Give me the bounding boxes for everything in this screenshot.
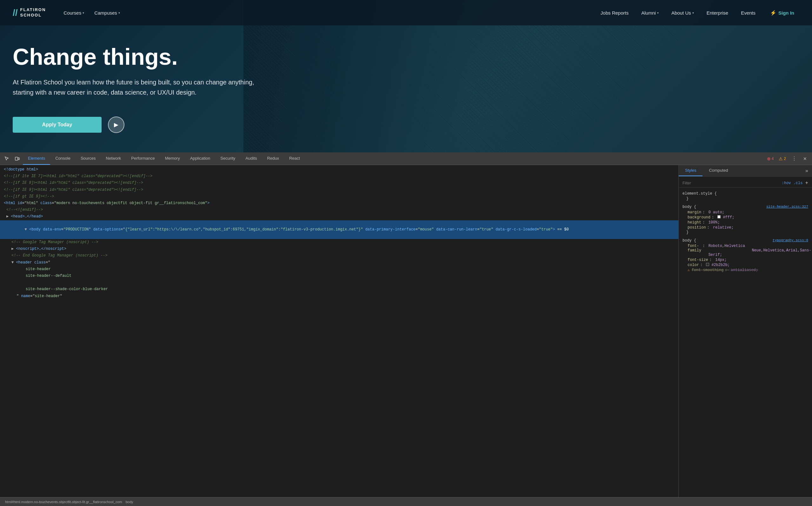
warning-icon: ⚠ bbox=[688, 268, 690, 272]
dom-line: <!--[if gt IE 9]><!--> bbox=[0, 193, 679, 200]
style-property: font-size: 14px; bbox=[683, 257, 808, 262]
dom-line: <!--[if IE 8]><html id="html" class="dep… bbox=[0, 180, 679, 186]
nav-alumni[interactable]: Alumni ▾ bbox=[638, 8, 662, 18]
sign-in-button[interactable]: ⚡ Sign In bbox=[765, 7, 799, 18]
dom-line: <!doctype html> bbox=[0, 166, 679, 173]
styles-panel: Styles Computed » :hov .cls + element.st… bbox=[679, 165, 812, 497]
tab-elements[interactable]: Elements bbox=[23, 152, 50, 165]
dom-line: site-header--default bbox=[0, 273, 679, 279]
more-options-button[interactable]: ⋮ bbox=[789, 154, 799, 163]
nav-enterprise[interactable]: Enterprise bbox=[704, 8, 731, 18]
inspect-element-button[interactable] bbox=[3, 154, 11, 163]
website-navbar: // FLATIRON SCHOOL Courses ▾ Campuses ▾ … bbox=[0, 0, 812, 25]
style-selector: element.style { bbox=[683, 191, 808, 196]
style-selector: site-header.scss:327 body { bbox=[683, 205, 808, 209]
hero-subtitle: At Flatiron School you learn how the fut… bbox=[13, 77, 267, 97]
filter-hov-button[interactable]: :hov bbox=[782, 181, 791, 185]
chevron-down-icon: ▾ bbox=[83, 11, 84, 15]
cta-button[interactable]: Apply Today bbox=[13, 117, 102, 133]
filter-cls-button[interactable]: .cls bbox=[794, 181, 803, 185]
warning-badge[interactable]: ⚠ 2 bbox=[777, 156, 788, 162]
tab-memory[interactable]: Memory bbox=[160, 152, 185, 165]
tab-audits[interactable]: Audits bbox=[240, 152, 262, 165]
hero-cta-area: Apply Today ▶ bbox=[0, 110, 812, 139]
nav-right: Jobs Reports Alumni ▾ About Us ▾ Enterpr… bbox=[598, 7, 799, 18]
chevron-down-icon: ▾ bbox=[657, 11, 659, 15]
dom-line: ▶ <noscript>…</noscript> bbox=[0, 246, 679, 252]
style-rule-body-1: site-header.scss:327 body { margin: 0 au… bbox=[679, 203, 812, 236]
hero-content: Change things. At Flatiron School you le… bbox=[0, 25, 812, 110]
dom-line: ▼ <header class=" bbox=[0, 259, 679, 266]
nav-courses[interactable]: Courses ▾ bbox=[59, 8, 89, 18]
close-devtools-button[interactable]: ✕ bbox=[801, 155, 809, 163]
nav-events[interactable]: Events bbox=[738, 8, 759, 18]
svg-rect-0 bbox=[15, 157, 18, 160]
style-source-link[interactable]: site-header.scss:327 bbox=[766, 205, 808, 208]
tab-application[interactable]: Application bbox=[185, 152, 215, 165]
status-bar: html#html.modern.no-touchevents.objectfi… bbox=[0, 497, 812, 506]
styles-content[interactable]: :hov .cls + element.style { } site-heade… bbox=[679, 176, 812, 497]
nav-jobs-reports[interactable]: Jobs Reports bbox=[598, 8, 632, 18]
dom-line: <!-- End Google Tag Manager (noscript) -… bbox=[0, 252, 679, 259]
error-circle-icon: ⊗ bbox=[767, 156, 771, 161]
hero-title: Change things. bbox=[13, 45, 799, 70]
device-toolbar-button[interactable] bbox=[13, 154, 22, 163]
devtools-body: <!doctype html> <!--[if lte IE 7]><html … bbox=[0, 165, 812, 497]
logo-text: FLATIRON SCHOOL bbox=[20, 7, 46, 18]
dom-line: ▶ <head>…</head> bbox=[0, 213, 679, 220]
website-preview: // FLATIRON SCHOOL Courses ▾ Campuses ▾ … bbox=[0, 0, 812, 152]
tab-styles[interactable]: Styles bbox=[679, 165, 703, 176]
color-swatch bbox=[717, 215, 721, 219]
devtools-toolbar-right: ⊗ 4 ⚠ 2 ⋮ ✕ bbox=[765, 154, 809, 163]
styles-tabs: Styles Computed » bbox=[679, 165, 812, 176]
devtools-tabs: Elements Console Sources Network Perform… bbox=[23, 152, 765, 165]
style-rule-body-2: typography.scss:6 body { font-family: Ro… bbox=[679, 237, 812, 274]
tab-network[interactable]: Network bbox=[101, 152, 126, 165]
play-button[interactable]: ▶ bbox=[108, 116, 124, 133]
style-property: font-family: Roboto,Helvetica Neue,Helve… bbox=[683, 244, 808, 257]
error-badge[interactable]: ⊗ 4 bbox=[765, 156, 776, 162]
tab-security[interactable]: Security bbox=[215, 152, 240, 165]
style-rule-element: element.style { } bbox=[679, 190, 812, 202]
add-style-button[interactable]: + bbox=[805, 180, 808, 186]
logo[interactable]: // FLATIRON SCHOOL bbox=[13, 7, 46, 18]
dom-line: <html id="html" class="modern no-touchev… bbox=[0, 200, 679, 207]
tab-sources[interactable]: Sources bbox=[76, 152, 101, 165]
style-property: ⚠ font-smoothing: antialiased; bbox=[683, 268, 808, 273]
style-property: position: relative; bbox=[683, 225, 808, 230]
dom-line: " name="site-header" bbox=[0, 293, 679, 300]
logo-slashes: // bbox=[13, 8, 18, 17]
color-swatch-dark bbox=[706, 263, 709, 266]
chevron-down-icon: ▾ bbox=[692, 11, 694, 15]
error-count: 4 bbox=[772, 157, 774, 161]
tab-computed[interactable]: Computed bbox=[703, 165, 734, 176]
dom-line: site-header--shade-color-blue-darker bbox=[0, 286, 679, 293]
warning-triangle-icon: ⚠ bbox=[779, 156, 783, 161]
styles-filter-input[interactable] bbox=[683, 181, 779, 185]
style-source-link[interactable]: typography.scss:6 bbox=[773, 238, 808, 242]
breadcrumb-item-html[interactable]: html#html.modern.no-touchevents.objectfi… bbox=[4, 500, 123, 504]
dom-line: <!--[if lte IE 7]><html id="html" class=… bbox=[0, 173, 679, 180]
tab-performance[interactable]: Performance bbox=[126, 152, 160, 165]
lightning-icon: ⚡ bbox=[770, 10, 777, 16]
nav-about-us[interactable]: About Us ▾ bbox=[668, 8, 697, 18]
dom-line: site-header bbox=[0, 266, 679, 273]
devtools-panel: Elements Console Sources Network Perform… bbox=[0, 152, 812, 506]
breadcrumb-item-body[interactable]: body bbox=[124, 500, 134, 504]
style-property: margin: 0 auto; bbox=[683, 210, 808, 215]
tab-redux[interactable]: Redux bbox=[262, 152, 284, 165]
breadcrumb: html#html.modern.no-touchevents.objectfi… bbox=[4, 500, 134, 504]
nav-campuses[interactable]: Campuses ▾ bbox=[89, 8, 125, 18]
style-property: height: 100%; bbox=[683, 220, 808, 225]
elements-panel[interactable]: <!doctype html> <!--[if lte IE 7]><html … bbox=[0, 165, 679, 497]
nav-left: Courses ▾ Campuses ▾ bbox=[59, 8, 598, 18]
tab-console[interactable]: Console bbox=[50, 152, 76, 165]
tab-react[interactable]: React bbox=[284, 152, 305, 165]
expand-styles-button[interactable]: » bbox=[802, 165, 812, 176]
warning-count: 2 bbox=[784, 157, 786, 161]
dom-line: <!--<![endif]--> bbox=[0, 207, 679, 213]
svg-rect-1 bbox=[18, 158, 19, 160]
dom-line: <!--[if IE 9]><html id="html" class="dep… bbox=[0, 187, 679, 193]
dom-line-selected[interactable]: ▼ <body data-env="PRODUCTION" data-optio… bbox=[0, 220, 679, 239]
dom-line: <!-- Google Tag Manager (noscript) --> bbox=[0, 239, 679, 246]
